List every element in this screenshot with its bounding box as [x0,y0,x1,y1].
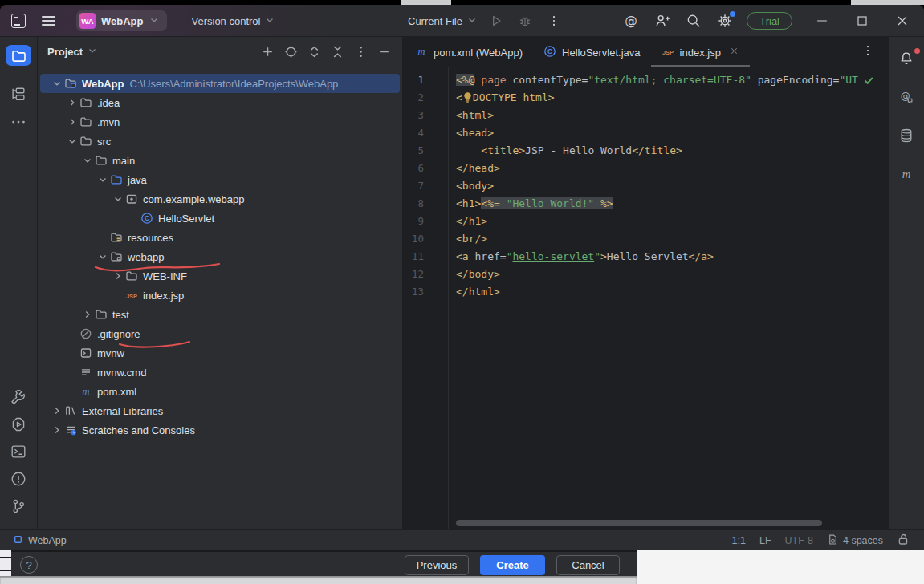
chevron-down-icon[interactable] [79,154,95,167]
file-encoding[interactable]: UTF-8 [785,535,813,546]
services-tool-window-icon[interactable] [6,414,31,435]
create-button[interactable]: Create [480,555,545,575]
new-project-wizard-button-row: ? Previous Create Cancel [11,550,637,576]
cancel-button[interactable]: Cancel [556,555,620,575]
tree-item-label: .gitignore [97,328,140,340]
project-selector[interactable]: WA WebApp [76,10,167,31]
chevron-down-icon[interactable] [64,135,79,148]
trial-badge[interactable]: Trial [747,12,792,30]
tree-item-label: index.jsp [143,290,184,302]
chevron-right-icon[interactable] [110,270,125,282]
chevron-down-icon[interactable] [95,173,110,186]
help-button[interactable]: ? [20,556,38,574]
tree-item-java[interactable]: java [40,170,400,189]
close-tab-icon[interactable] [729,46,739,59]
code-with-me-icon[interactable] [652,10,673,31]
tree-item-web-inf[interactable]: WEB-INF [40,266,400,286]
status-module-widget[interactable]: WebApp [0,535,67,546]
chevron-down-icon[interactable] [95,250,110,263]
tree-item-label: main [112,155,135,167]
tree-item-main[interactable]: main [40,151,400,170]
close-button[interactable] [892,10,913,31]
main-menu-button[interactable] [35,11,62,30]
jsp-icon: JSP [661,45,674,60]
chevron-right-icon[interactable] [64,116,79,128]
editor-tab-index.jsp[interactable]: JSPindex.jsp [651,37,750,67]
tree-item-helloservlet[interactable]: CHelloServlet [40,209,400,228]
maven-icon[interactable]: m [893,164,919,185]
code-token: "UT [839,74,857,86]
expand-all-icon[interactable] [305,43,323,60]
code-token: DOCTYPE html> [473,91,555,103]
tree-item-mvnw.cmd[interactable]: mvnw.cmd [40,363,400,382]
previous-button[interactable]: Previous [405,555,469,575]
locate-icon[interactable] [282,43,299,60]
hide-icon[interactable] [375,43,393,60]
tree-item-webapp[interactable]: webapp [40,247,400,266]
tree-item-.idea[interactable]: .idea [40,93,400,112]
divider [10,75,26,75]
editor-tab-pom.xml[interactable]: mpom.xml (WebApp) [405,37,533,67]
maximize-button[interactable] [852,10,873,31]
structure-tool-window-icon[interactable] [6,84,31,105]
line-separator[interactable]: LF [759,535,771,546]
inspection-ok-icon[interactable] [862,74,875,89]
chevron-right-icon[interactable] [49,424,64,436]
tree-item-pom.xml[interactable]: mpom.xml [40,382,400,401]
project-panel-title-dropdown[interactable]: Project [47,45,98,59]
chevron-down-icon[interactable] [110,193,125,205]
tree-item-scratches-and-consoles[interactable]: Scratches and Consoles [40,420,400,440]
class-icon: C [543,45,556,60]
editor-tab-helloservlet.java[interactable]: CHelloServlet.java [533,37,651,67]
search-everywhere-icon[interactable] [683,10,704,31]
collapse-all-icon[interactable] [328,43,346,60]
settings-gear-icon[interactable] [714,10,735,31]
line-number: 5 [403,142,424,160]
caret-position[interactable]: 1:1 [732,535,746,546]
code-area[interactable]: 12345678910111213 <%@ page contentType="… [403,67,888,529]
indent-widget[interactable]: 4 spaces [827,533,883,548]
tree-item-external-libraries[interactable]: External Libraries [40,401,400,420]
horizontal-scrollbar[interactable] [456,520,822,526]
add-icon[interactable] [258,43,276,60]
debug-icon[interactable] [515,10,535,31]
version-control-menu[interactable]: Version control [186,11,280,31]
database-icon[interactable] [893,125,919,146]
more-options-icon[interactable] [352,43,369,60]
tree-item-test[interactable]: test [40,305,400,324]
build-tool-window-icon[interactable] [6,387,31,408]
write-access-unlock-icon[interactable] [897,533,910,548]
notifications-icon[interactable] [893,48,919,69]
more-run-options-icon[interactable] [543,10,564,31]
code-text[interactable]: <%@ page contentType="text/html; charset… [456,71,877,301]
code-token [500,197,507,209]
chevron-right-icon[interactable] [49,404,64,417]
tree-item-mvnw[interactable]: mvnw [40,343,400,363]
intention-bulb-icon[interactable] [462,91,473,102]
tree-item-com.example.webapp[interactable]: com.example.webapp [40,189,400,209]
tree-item-resources[interactable]: resources [40,228,400,247]
chevron-down-icon[interactable] [49,77,64,90]
problems-tool-window-icon[interactable] [6,468,31,489]
ai-chat-icon[interactable]: @ [893,87,919,107]
tree-item-.mvn[interactable]: .mvn [40,112,400,132]
code-token: > [600,250,607,262]
ai-assistant-icon[interactable]: @ [621,10,641,31]
tab-options-kebab-icon[interactable] [861,43,875,60]
line-number: 4 [403,124,424,142]
version-control-tool-window-icon[interactable] [6,496,31,517]
project-tool-window-icon[interactable] [6,45,31,66]
run-icon[interactable] [486,10,507,31]
more-tool-windows-icon[interactable] [6,112,31,132]
terminal-tool-window-icon[interactable] [6,441,31,462]
chevron-right-icon[interactable] [64,96,79,109]
minimize-button[interactable] [812,10,832,31]
tree-item-webapp[interactable]: WebAppC:\Users\Administrator\IdeaProject… [40,74,400,93]
tree-item-index.jsp[interactable]: JSPindex.jsp [40,286,400,305]
chevron-right-icon[interactable] [79,308,95,321]
project-panel: Project WebAppC:\Users\Administrator\Ide… [38,37,403,529]
run-configuration-selector[interactable]: Current File [408,14,478,28]
code-token: <%= [481,197,499,209]
tree-item-.gitignore[interactable]: .gitignore [40,324,400,343]
tree-item-src[interactable]: src [40,132,400,151]
